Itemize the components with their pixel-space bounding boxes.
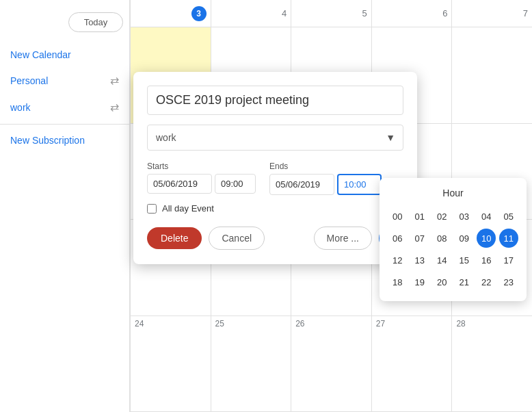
hour-cell-06[interactable]: 06	[388, 229, 407, 248]
hour-cell-19[interactable]: 19	[410, 272, 429, 292]
share-icon-work[interactable]: ⇄	[110, 101, 119, 114]
day-badge-3: 3	[191, 6, 207, 21]
cal-day-col-4: 7	[451, 0, 532, 27]
hour-cell-04[interactable]: 04	[477, 207, 496, 226]
cal-cell-32: 26	[291, 316, 371, 412]
hour-cell-17[interactable]: 17	[499, 250, 518, 270]
cal-cell-30: 24	[130, 316, 211, 412]
hour-cell-05[interactable]: 05	[499, 207, 518, 226]
datetime-row: Starts Ends	[147, 162, 403, 195]
day-num-4: 4	[282, 8, 287, 18]
ends-group: Ends	[269, 162, 382, 195]
starts-group: Starts	[147, 162, 256, 195]
cal-row-3: 24 25 26 27 28	[130, 316, 532, 413]
new-calendar-label: New Calendar	[10, 49, 71, 60]
hour-cell-07[interactable]: 07	[410, 229, 429, 248]
hour-cell-03[interactable]: 03	[455, 207, 474, 226]
cal-day-col-0: 3	[130, 0, 211, 27]
new-subscription-label: New Subscription	[10, 135, 85, 146]
hour-cell-14[interactable]: 14	[432, 250, 451, 270]
end-time-input[interactable]	[337, 174, 382, 195]
hour-cell-10[interactable]: 10	[477, 229, 496, 248]
start-date-input[interactable]	[147, 174, 212, 194]
hour-cell-16[interactable]: 16	[477, 250, 496, 270]
start-time-input[interactable]	[215, 174, 256, 194]
cal-day-col-2: 5	[291, 0, 371, 27]
ends-label: Ends	[269, 162, 382, 171]
calendar-header: 3 4 5 6 7	[130, 0, 532, 27]
hour-picker-title: Hour	[388, 188, 518, 198]
dialog-actions: Delete Cancel More ... ✓	[147, 226, 403, 250]
sidebar-item-new-calendar[interactable]: New Calendar	[0, 42, 129, 67]
day-num-6: 6	[442, 8, 447, 18]
work-label: work	[10, 102, 31, 113]
delete-button[interactable]: Delete	[147, 227, 202, 249]
day-num-5: 5	[362, 8, 367, 18]
calendar-select-wrapper: work Personal ▼	[147, 125, 403, 151]
ends-inputs	[269, 174, 382, 195]
sidebar-divider	[0, 124, 129, 125]
share-icon[interactable]: ⇄	[110, 74, 119, 87]
starts-inputs	[147, 174, 256, 194]
cal-cell-33: 27	[371, 316, 452, 412]
day-num-7: 7	[523, 8, 528, 18]
event-title-input[interactable]	[147, 86, 403, 115]
cal-day-col-3: 6	[371, 0, 452, 27]
hour-cell-08[interactable]: 08	[432, 229, 451, 248]
hour-grid: 0001020304050607080910111213141516171819…	[388, 207, 518, 292]
today-button[interactable]: Today	[68, 12, 123, 32]
sidebar-item-work[interactable]: work ⇄	[0, 94, 129, 120]
hour-cell-20[interactable]: 20	[432, 272, 451, 292]
cal-cell-34: 28	[451, 316, 532, 412]
sidebar-item-personal[interactable]: Personal ⇄	[0, 67, 129, 94]
personal-label: Personal	[10, 75, 48, 86]
cal-day-col-1: 4	[211, 0, 291, 27]
event-dialog: work Personal ▼ Starts Ends All day Even…	[133, 72, 417, 264]
allday-label[interactable]: All day Event	[162, 203, 214, 214]
end-date-input[interactable]	[269, 174, 334, 195]
hour-cell-21[interactable]: 21	[455, 272, 474, 292]
cal-cell-31: 25	[211, 316, 291, 412]
hour-cell-23[interactable]: 23	[499, 272, 518, 292]
sidebar: Today New Calendar Personal ⇄ work ⇄ New…	[0, 0, 130, 412]
hour-cell-01[interactable]: 01	[410, 207, 429, 226]
cancel-button[interactable]: Cancel	[209, 227, 265, 250]
sidebar-item-new-subscription[interactable]: New Subscription	[0, 128, 129, 153]
starts-label: Starts	[147, 162, 256, 171]
more-button[interactable]: More ...	[314, 227, 372, 250]
hour-cell-02[interactable]: 02	[432, 207, 451, 226]
allday-row: All day Event	[147, 203, 403, 214]
hour-cell-09[interactable]: 09	[455, 229, 474, 248]
hour-cell-18[interactable]: 18	[388, 272, 407, 292]
cal-cell-04	[451, 27, 532, 123]
allday-checkbox[interactable]	[147, 204, 157, 214]
hour-cell-13[interactable]: 13	[410, 250, 429, 270]
hour-cell-00[interactable]: 00	[388, 207, 407, 226]
hour-cell-15[interactable]: 15	[455, 250, 474, 270]
hour-cell-11[interactable]: 11	[499, 229, 518, 248]
hour-picker: Hour 00010203040506070809101112131415161…	[380, 178, 527, 301]
calendar-select[interactable]: work Personal	[147, 125, 403, 151]
hour-cell-12[interactable]: 12	[388, 250, 407, 270]
hour-cell-22[interactable]: 22	[477, 272, 496, 292]
